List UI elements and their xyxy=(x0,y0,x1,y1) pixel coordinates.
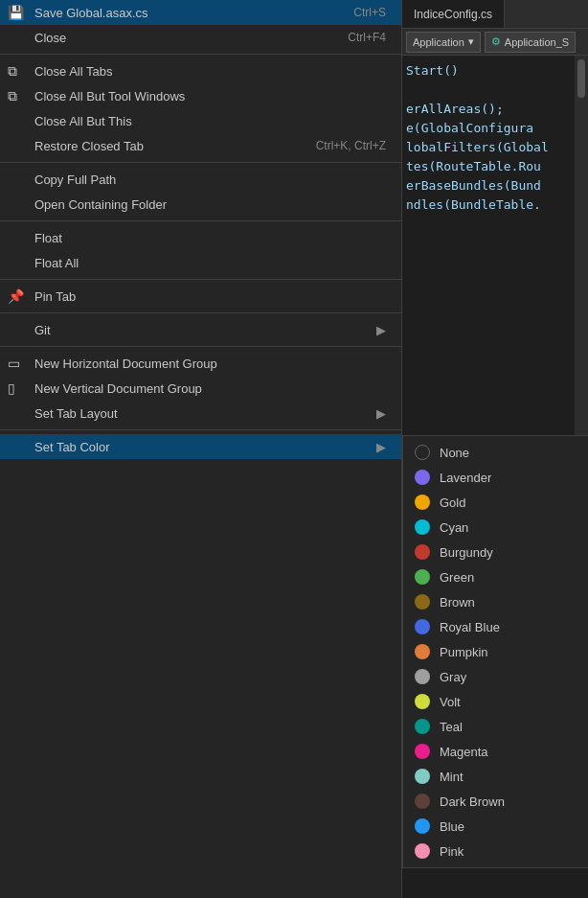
menu-item-new-vertical-group[interactable]: ▯New Vertical Document Group xyxy=(0,376,401,401)
color-label-mint: Mint xyxy=(440,770,464,784)
color-label-dark-brown: Dark Brown xyxy=(440,794,505,809)
menu-item-shortcut-close: Ctrl+F4 xyxy=(348,31,386,44)
color-swatch-blue xyxy=(415,818,430,834)
menu-item-set-tab-layout[interactable]: Set Tab Layout▶ xyxy=(0,401,401,426)
color-item-burgundy[interactable]: Burgundy xyxy=(403,540,588,564)
color-swatch-pink xyxy=(415,843,430,859)
menu-item-label-pin-tab: Pin Tab xyxy=(34,289,76,304)
color-item-green[interactable]: Green xyxy=(403,564,588,589)
color-swatch-dark-brown xyxy=(415,794,430,809)
menu-item-restore-closed-tab[interactable]: Restore Closed TabCtrl+K, Ctrl+Z xyxy=(0,133,401,158)
color-label-gray: Gray xyxy=(440,670,466,684)
menu-separator xyxy=(0,346,401,347)
menu-item-label-float-all: Float All xyxy=(34,256,79,270)
tab-item[interactable]: IndiceConfig.cs xyxy=(402,0,505,28)
color-item-mint[interactable]: Mint xyxy=(403,764,588,789)
menu-separator xyxy=(0,54,401,55)
menu-item-label-save: Save Global.asax.cs xyxy=(34,6,148,20)
menu-item-float-all[interactable]: Float All xyxy=(0,250,401,275)
menu-item-arrow-git: ▶ xyxy=(376,323,386,337)
color-item-gold[interactable]: Gold xyxy=(403,490,588,515)
color-label-burgundy: Burgundy xyxy=(440,545,493,560)
menu-item-arrow-set-tab-layout: ▶ xyxy=(376,406,386,421)
menu-item-label-restore-closed-tab: Restore Closed Tab xyxy=(34,139,144,153)
color-submenu: NoneLavenderGoldCyanBurgundyGreenBrownRo… xyxy=(402,435,588,868)
menu-separator xyxy=(0,220,401,221)
color-swatch-teal xyxy=(415,719,430,734)
menu-item-label-open-containing-folder: Open Containing Folder xyxy=(34,197,167,212)
color-swatch-lavender xyxy=(415,470,430,485)
menu-item-label-copy-full-path: Copy Full Path xyxy=(34,173,116,187)
color-item-gray[interactable]: Gray xyxy=(403,664,588,689)
color-swatch-burgundy xyxy=(415,544,430,560)
color-label-royal-blue: Royal Blue xyxy=(440,620,500,634)
color-label-pink: Pink xyxy=(440,844,464,859)
dropdown-arrow-1: ▾ xyxy=(468,35,474,48)
color-swatch-gold xyxy=(415,495,430,510)
menu-item-open-containing-folder[interactable]: Open Containing Folder xyxy=(0,192,401,217)
context-menu: 💾Save Global.asax.csCtrl+SCloseCtrl+F4⧉C… xyxy=(0,0,402,898)
color-swatch-volt xyxy=(415,694,430,709)
code-line: erAllAreas(); xyxy=(406,100,584,119)
menu-item-git[interactable]: Git▶ xyxy=(0,317,401,342)
menu-item-close-all-but-tools[interactable]: ⧉Close All But Tool Windows xyxy=(0,83,401,108)
color-item-royal-blue[interactable]: Royal Blue xyxy=(403,614,588,639)
color-label-brown: Brown xyxy=(440,595,475,610)
menu-item-label-set-tab-color: Set Tab Color xyxy=(34,440,110,454)
color-label-pumpkin: Pumpkin xyxy=(440,645,488,659)
menu-item-label-new-horizontal-group: New Horizontal Document Group xyxy=(34,357,217,371)
color-label-gold: Gold xyxy=(440,495,465,510)
scrollbar-thumb[interactable] xyxy=(577,59,585,98)
color-item-volt[interactable]: Volt xyxy=(403,689,588,714)
color-item-brown[interactable]: Brown xyxy=(403,589,588,614)
menu-item-label-close-all-but-tools: Close All But Tool Windows xyxy=(34,89,185,104)
color-swatch-mint xyxy=(415,769,430,784)
color-swatch-green xyxy=(415,569,430,585)
menu-item-close-all-tabs[interactable]: ⧉Close All Tabs xyxy=(0,58,401,83)
color-swatch-royal-blue xyxy=(415,619,430,634)
menu-item-label-close-all-tabs: Close All Tabs xyxy=(34,64,112,79)
color-item-lavender[interactable]: Lavender xyxy=(403,465,588,490)
code-line: e(GlobalConfigura xyxy=(406,119,584,138)
menu-item-close-all-but-this[interactable]: Close All But This xyxy=(0,108,401,133)
menu-item-icon-close-all-but-tools: ⧉ xyxy=(8,88,17,104)
menu-separator xyxy=(0,429,401,430)
color-swatch-none xyxy=(415,445,430,460)
color-item-pink[interactable]: Pink xyxy=(403,839,588,863)
color-item-none[interactable]: None xyxy=(403,440,588,465)
color-item-teal[interactable]: Teal xyxy=(403,714,588,739)
menu-item-close[interactable]: CloseCtrl+F4 xyxy=(0,25,401,50)
toolbar-dropdown-1[interactable]: Application ▾ xyxy=(406,32,481,53)
menu-item-label-new-vertical-group: New Vertical Document Group xyxy=(34,381,202,396)
editor-toolbar: Application ▾ ⚙ Application_S xyxy=(402,29,588,56)
menu-item-icon-close-all-tabs: ⧉ xyxy=(8,63,17,80)
color-label-none: None xyxy=(440,446,469,460)
color-item-cyan[interactable]: Cyan xyxy=(403,515,588,540)
color-swatch-cyan xyxy=(415,519,430,535)
color-item-blue[interactable]: Blue xyxy=(403,814,588,839)
menu-item-icon-save: 💾 xyxy=(8,5,24,20)
menu-item-label-set-tab-layout: Set Tab Layout xyxy=(34,406,118,421)
menu-item-icon-pin-tab: 📌 xyxy=(8,288,24,304)
menu-item-save[interactable]: 💾Save Global.asax.csCtrl+S xyxy=(0,0,401,25)
menu-separator xyxy=(0,162,401,163)
menu-item-label-close: Close xyxy=(34,31,66,45)
menu-item-new-horizontal-group[interactable]: ▭New Horizontal Document Group xyxy=(0,351,401,376)
color-item-magenta[interactable]: Magenta xyxy=(403,739,588,764)
menu-item-float[interactable]: Float xyxy=(0,225,401,250)
color-item-dark-brown[interactable]: Dark Brown xyxy=(403,789,588,814)
code-line: erBaseBundles(Bund xyxy=(406,176,584,196)
color-label-lavender: Lavender xyxy=(440,471,491,485)
menu-item-label-float: Float xyxy=(34,231,62,245)
menu-item-copy-full-path[interactable]: Copy Full Path xyxy=(0,167,401,192)
menu-item-set-tab-color[interactable]: Set Tab Color▶ xyxy=(0,434,401,459)
menu-item-arrow-set-tab-color: ▶ xyxy=(376,440,386,454)
menu-item-pin-tab[interactable]: 📌Pin Tab xyxy=(0,284,401,309)
toolbar-dropdown-2[interactable]: ⚙ Application_S xyxy=(485,32,576,53)
menu-item-shortcut-save: Ctrl+S xyxy=(353,6,386,19)
code-line: ndles(BundleTable. xyxy=(406,196,584,215)
color-swatch-gray xyxy=(415,669,430,684)
code-line xyxy=(406,81,584,100)
menu-separator xyxy=(0,312,401,313)
color-item-pumpkin[interactable]: Pumpkin xyxy=(403,639,588,664)
